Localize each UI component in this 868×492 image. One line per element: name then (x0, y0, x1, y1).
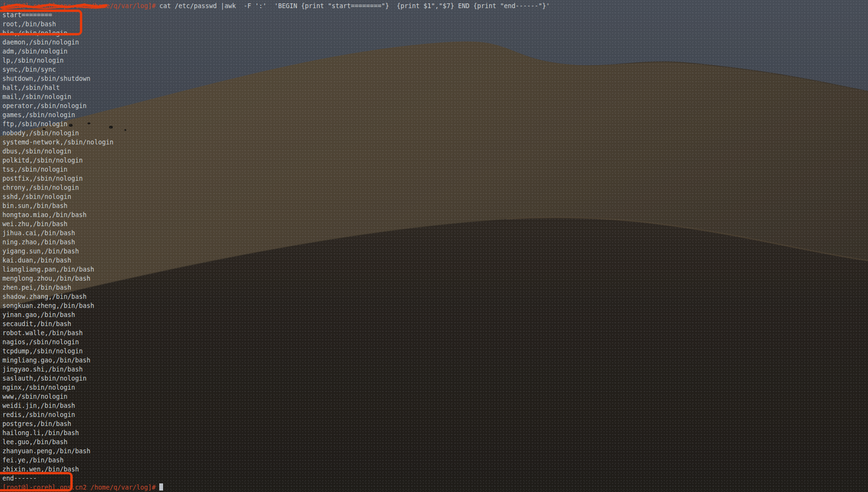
output-line: lee.guo,/bin/bash (2, 437, 868, 447)
output-line: postgres,/bin/bash (2, 419, 868, 428)
output-line: saslauth,/sbin/nologin (2, 374, 868, 383)
output-line: zhanyuan.peng,/bin/bash (2, 447, 868, 456)
output-line: hailong.li,/bin/bash (2, 428, 868, 437)
terminal-cursor (159, 483, 163, 491)
terminal-window[interactable]: [root@l-corehl.ops.cn2 /home/q/var/log]#… (0, 0, 868, 492)
command-output: start========root,/bin/bashbin,/sbin/nol… (2, 11, 868, 483)
output-line: tcpdump,/sbin/nologin (2, 347, 868, 356)
final-prompt-line: [root@l-corehl.ops.cn2 /home/q/var/log]# (2, 483, 868, 492)
output-line: start======== (2, 11, 868, 20)
output-line: menglong.zhou,/bin/bash (2, 274, 868, 283)
output-line: fei.ye,/bin/bash (2, 456, 868, 465)
output-line: nobody,/sbin/nologin (2, 129, 868, 138)
output-line: nagios,/sbin/nologin (2, 338, 868, 347)
output-line: jihua.cai,/bin/bash (2, 229, 868, 238)
output-line: tss,/sbin/nologin (2, 165, 868, 174)
output-line: sshd,/sbin/nologin (2, 192, 868, 201)
output-line: weidi.jin,/bin/bash (2, 401, 868, 410)
output-line: ning.zhao,/bin/bash (2, 238, 868, 247)
output-line: systemd-network,/sbin/nologin (2, 138, 868, 147)
output-line: shadow.zhang,/bin/bash (2, 292, 868, 301)
output-line: mail,/sbin/nologin (2, 92, 868, 101)
output-line: polkitd,/sbin/nologin (2, 156, 868, 165)
output-line: secaudit,/bin/bash (2, 319, 868, 328)
output-line: yinan.gao,/bin/bash (2, 310, 868, 319)
output-line: end------ (2, 474, 868, 483)
output-line: zhixin.wen,/bin/bash (2, 465, 868, 474)
output-line: root,/bin/bash (2, 20, 868, 29)
output-line: nginx,/sbin/nologin (2, 383, 868, 392)
output-line: kai.duan,/bin/bash (2, 256, 868, 265)
command-line: [root@l-corehl.ops.cn2 /home/q/var/log]#… (2, 1, 868, 11)
output-line: operator,/sbin/nologin (2, 101, 868, 110)
output-line: liangliang.pan,/bin/bash (2, 265, 868, 274)
output-line: jingyao.shi,/bin/bash (2, 365, 868, 374)
output-line: adm,/sbin/nologin (2, 47, 868, 56)
shell-prompt: [root@l-corehl.ops.cn2 /home/q/var/log]# (2, 484, 155, 491)
output-line: mingliang.gao,/bin/bash (2, 356, 868, 365)
output-line: robot.walle,/bin/bash (2, 328, 868, 338)
command-text: cat /etc/passwd |awk -F ':' 'BEGIN {prin… (155, 2, 550, 10)
output-line: chrony,/sbin/nologin (2, 183, 868, 192)
output-line: sync,/bin/sync (2, 65, 868, 74)
output-line: lp,/sbin/nologin (2, 56, 868, 65)
output-line: shutdown,/sbin/shutdown (2, 74, 868, 83)
output-line: bin,/sbin/nologin (2, 29, 868, 38)
output-line: redis,/sbin/nologin (2, 410, 868, 419)
output-line: songkuan.zheng,/bin/bash (2, 301, 868, 310)
output-line: games,/sbin/nologin (2, 110, 868, 120)
output-line: daemon,/sbin/nologin (2, 38, 868, 47)
output-line: halt,/sbin/halt (2, 83, 868, 92)
screenshot-root: { "terminal": { "prompt": "[root@l-coreh… (0, 0, 868, 492)
output-line: yigang.sun,/bin/bash (2, 247, 868, 256)
output-line: hongtao.miao,/bin/bash (2, 210, 868, 219)
output-line: zhen.pei,/bin/bash (2, 283, 868, 292)
shell-prompt: [root@l-corehl.ops.cn2 /home/q/var/log]# (2, 2, 155, 10)
output-line: bin.sun,/bin/bash (2, 201, 868, 210)
output-line: ftp,/sbin/nologin (2, 120, 868, 129)
output-line: wei.zhu,/bin/bash (2, 219, 868, 229)
output-line: www,/sbin/nologin (2, 392, 868, 401)
output-line: dbus,/sbin/nologin (2, 147, 868, 156)
output-line: postfix,/sbin/nologin (2, 174, 868, 183)
